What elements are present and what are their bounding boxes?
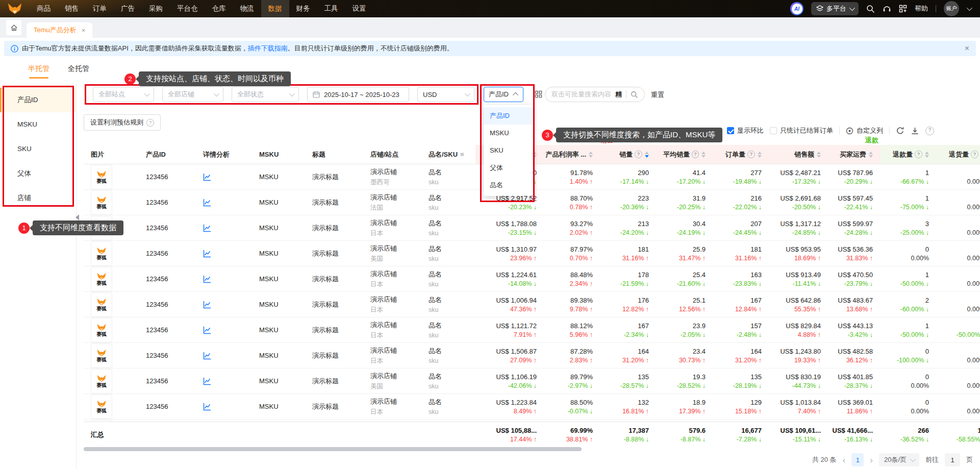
line-chart-icon[interactable] <box>203 326 245 334</box>
col-header-returns[interactable]: 退货量? <box>936 145 980 164</box>
nav-item-财务[interactable]: 财务 <box>289 0 317 17</box>
nav-item-设置[interactable]: 设置 <box>345 0 373 17</box>
search-icon[interactable] <box>866 5 875 13</box>
sort-icon[interactable] <box>869 152 873 158</box>
col-header-margin[interactable]: 产品利润率 ... <box>544 145 600 164</box>
magnifier-icon[interactable] <box>631 91 638 98</box>
col-header-avg_sales[interactable]: 平均销量? <box>656 145 713 164</box>
settled-only-checkbox[interactable]: 只统计已结算订单 <box>770 126 833 135</box>
sort-icon[interactable] <box>645 152 649 158</box>
column-help-icon[interactable]: ? <box>692 151 699 158</box>
show-ratio-checkbox[interactable]: 显示环比 <box>727 126 764 135</box>
exact-match-toggle[interactable]: 精 <box>615 90 622 99</box>
line-chart-icon[interactable] <box>203 352 245 360</box>
sidebar-item-店铺[interactable]: 店铺 <box>0 186 76 210</box>
platform-switcher[interactable]: 多平台 <box>811 2 859 15</box>
search-input[interactable]: 双击可批量搜索内容 <box>551 90 611 99</box>
column-help-icon[interactable]: ? <box>915 151 922 158</box>
dropdown-option-SKU[interactable]: SKU <box>484 142 533 159</box>
filter-list-icon[interactable]: ≡ <box>460 151 464 158</box>
nav-item-订单[interactable]: 订单 <box>86 0 114 17</box>
download-icon[interactable] <box>911 127 919 135</box>
nav-item-采购[interactable]: 采购 <box>142 0 170 17</box>
help-link[interactable]: 帮助 <box>915 4 928 13</box>
horizontal-scrollbar[interactable] <box>84 447 582 451</box>
headset-icon[interactable] <box>883 5 891 13</box>
tab-temu-product-analysis[interactable]: Temu产品分析 × <box>27 22 92 38</box>
product-image[interactable]: 赛狐 <box>91 369 112 393</box>
col-header-sales[interactable]: 销量? <box>600 145 656 164</box>
col-header-refunds[interactable]: 退款量? <box>880 145 936 164</box>
sort-icon[interactable] <box>701 152 706 158</box>
fox-logo-icon[interactable] <box>0 3 30 15</box>
line-chart-icon[interactable] <box>203 301 245 309</box>
line-chart-icon[interactable] <box>203 275 245 283</box>
dropdown-option-MSKU[interactable]: MSKU <box>484 125 533 142</box>
column-help-icon[interactable]: ? <box>971 151 978 158</box>
col-header-revenue[interactable]: 销售额 <box>769 145 828 164</box>
goto-page-input[interactable]: 1 <box>945 453 960 466</box>
column-help-icon[interactable]: ? <box>635 151 642 158</box>
line-chart-icon[interactable] <box>203 403 245 411</box>
product-image[interactable]: 赛狐 <box>91 318 112 342</box>
dropdown-option-品名[interactable]: 品名 <box>484 177 533 194</box>
sort-icon[interactable] <box>533 152 537 158</box>
search-dimension-select[interactable]: 产品ID <box>484 87 523 102</box>
sort-icon[interactable] <box>589 152 593 158</box>
sort-icon[interactable] <box>925 152 929 158</box>
refresh-icon[interactable] <box>896 127 904 135</box>
sort-icon[interactable] <box>817 152 821 158</box>
product-image[interactable]: 赛狐 <box>91 267 112 291</box>
sidebar-item-MSKU[interactable]: MSKU <box>0 112 76 137</box>
nav-item-物流[interactable]: 物流 <box>233 0 261 17</box>
product-image[interactable]: 赛狐 <box>91 343 112 368</box>
sidebar-item-SKU[interactable]: SKU <box>0 137 76 161</box>
sidebar-collapse-icon[interactable] <box>76 214 79 220</box>
page-size-select[interactable]: 20条/页 <box>879 453 919 466</box>
col-header-orders[interactable]: 订单量? <box>713 145 769 164</box>
line-chart-icon[interactable] <box>203 173 245 181</box>
product-image[interactable]: 赛狐 <box>91 241 112 266</box>
column-help-icon[interactable]: ? <box>747 151 755 158</box>
line-chart-icon[interactable] <box>203 199 245 207</box>
nav-item-工具[interactable]: 工具 <box>317 0 345 17</box>
banner-close-icon[interactable]: × <box>965 44 969 53</box>
next-page-icon[interactable]: › <box>870 456 873 464</box>
sidebar-item-父体[interactable]: 父体 <box>0 161 76 186</box>
dropdown-option-产品ID[interactable]: 产品ID <box>484 107 533 125</box>
nav-item-数据[interactable]: 数据 <box>261 0 289 17</box>
nav-item-平台仓[interactable]: 平台仓 <box>170 0 205 17</box>
current-page[interactable]: 1 <box>851 453 864 466</box>
nav-item-仓库[interactable]: 仓库 <box>205 0 233 17</box>
account-avatar[interactable]: 账户 <box>944 1 959 16</box>
plugin-download-link[interactable]: 插件下载指南 <box>248 44 288 52</box>
sidebar-item-产品ID[interactable]: 产品ID <box>0 88 76 112</box>
ai-assistant-icon[interactable]: AI <box>790 2 803 15</box>
status-select[interactable]: 全部状态 <box>232 87 299 102</box>
profit-rule-button[interactable]: 设置利润预估规则 ? <box>84 114 161 131</box>
custom-columns-button[interactable]: 自定义列 <box>846 126 883 135</box>
product-image[interactable]: 赛狐 <box>91 190 112 215</box>
line-chart-icon[interactable] <box>203 250 245 258</box>
dropdown-option-父体[interactable]: 父体 <box>484 159 533 177</box>
shop-select[interactable]: 全部店铺 <box>162 87 223 102</box>
sort-icon[interactable] <box>758 152 762 158</box>
currency-select[interactable]: USD <box>417 87 474 102</box>
home-tab[interactable] <box>6 20 21 35</box>
batch-search-icon[interactable] <box>535 90 542 98</box>
nav-item-销售[interactable]: 销售 <box>58 0 86 17</box>
table-help-icon[interactable]: ? <box>925 127 934 135</box>
product-image[interactable]: 赛狐 <box>91 394 112 419</box>
tab-close-icon[interactable]: × <box>82 27 86 34</box>
line-chart-icon[interactable] <box>203 224 245 232</box>
product-image[interactable]: 赛狐 <box>91 292 112 317</box>
site-select[interactable]: 全部站点 <box>93 87 154 102</box>
product-image[interactable]: 赛狐 <box>91 165 112 189</box>
account-chevron-icon[interactable] <box>967 5 972 11</box>
nav-item-商品[interactable]: 商品 <box>30 0 58 17</box>
date-range-picker[interactable]: 2025-10-17 ~ 2025-10-23 <box>307 87 409 102</box>
reset-button[interactable]: 重置 <box>651 90 664 100</box>
nav-item-广告[interactable]: 广告 <box>114 0 142 17</box>
mode-tab-半托管[interactable]: 半托管 <box>28 64 49 78</box>
line-chart-icon[interactable] <box>203 377 245 385</box>
